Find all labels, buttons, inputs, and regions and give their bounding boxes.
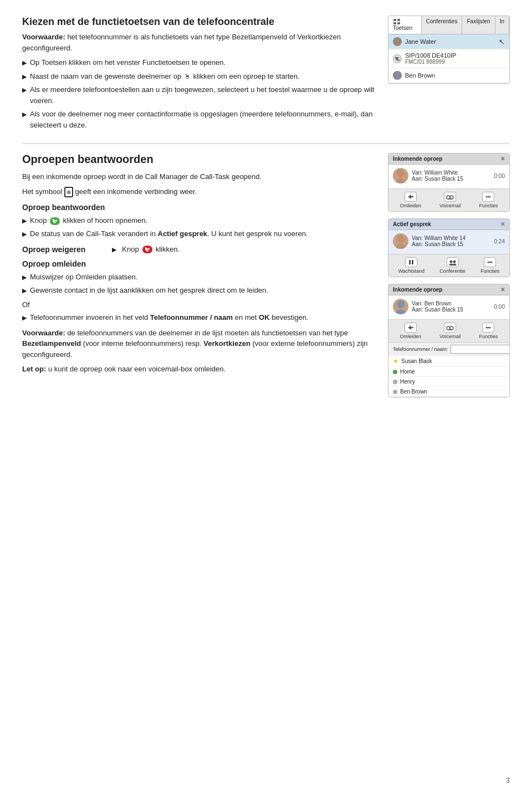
- incoming-call-ui: Inkomende oproep ✕ Van: William White: [388, 153, 510, 212]
- incoming-to-value: Susan Black 15: [424, 176, 463, 182]
- svg-rect-2: [393, 22, 396, 24]
- omleiden-label-2: Omleiden: [400, 334, 421, 339]
- active-call-body: Van: William White 14 Aan: Susan Black 1…: [388, 230, 509, 254]
- bullet-1: ▶ Op Toetsen klikken om het venster Func…: [22, 57, 375, 68]
- redirect-henry[interactable]: Henry: [388, 377, 509, 387]
- henry-name: Henry: [400, 379, 415, 385]
- voicemail-button-1[interactable]: Voicemail: [439, 192, 461, 208]
- wachtstand-button[interactable]: Wachtstand: [398, 257, 424, 274]
- svg-point-13: [486, 196, 488, 198]
- bullet-text-2: Naast de naam van de gewenste deelnemer …: [30, 71, 375, 82]
- wachtstand-label: Wachtstand: [398, 268, 424, 274]
- jane-name: Jane Water: [405, 38, 499, 45]
- jane-info: Jane Water: [405, 38, 499, 45]
- section2-intro2-pre: Het symbool: [22, 187, 64, 196]
- redirect-time: 0:00: [494, 304, 505, 310]
- page-number: 3: [506, 776, 510, 784]
- svg-point-27: [397, 300, 405, 308]
- redirect-phone-input[interactable]: [451, 345, 510, 354]
- svg-point-22: [449, 264, 453, 266]
- incoming-close-icon[interactable]: ✕: [500, 156, 505, 162]
- answer-status-post: . U kunt het gesprek nu voeren.: [207, 229, 308, 238]
- functies-label-1: Functies: [479, 203, 498, 208]
- ben-avatar: [393, 71, 402, 80]
- phone-tab-in[interactable]: In: [495, 16, 509, 34]
- answer-bullet-text-2: De status van de Call-Task verandert in …: [30, 228, 375, 239]
- active-close-icon[interactable]: ✕: [500, 221, 505, 227]
- reject-action: ▶ Knop klikken.: [112, 245, 180, 253]
- incoming-from-row: Van: William White Aan: Susan Black 15 0…: [393, 168, 505, 183]
- tel-end: bevestigen.: [270, 313, 309, 322]
- svg-point-4: [395, 38, 400, 43]
- phone-tab-conferenties[interactable]: Conferenties: [422, 16, 463, 34]
- incoming-call-symbol: ⊕: [64, 187, 73, 197]
- redirect-home[interactable]: Home: [388, 367, 509, 377]
- svg-point-23: [452, 264, 456, 266]
- functies-button-3[interactable]: Functies: [479, 323, 498, 339]
- redirect-from-row: Van: Ben Brown Aan: Susan Black 15 0:00: [393, 299, 505, 314]
- voicemail-svg-1: [446, 193, 454, 200]
- active-call-header: Actief gesprek ✕: [388, 219, 509, 230]
- omleiden-svg-1: [407, 193, 415, 200]
- redirect-bullet-arrow-1: ▶: [22, 273, 27, 282]
- bullet-arrow-2: ▶: [22, 72, 27, 81]
- phone-ui-mockup: Toetsen Conferenties Faxlijsten In: [388, 16, 510, 133]
- reject-knop-post: klikken.: [156, 245, 180, 253]
- svg-rect-18: [409, 260, 411, 264]
- section2-intro2: Het symbool ⊕ geeft een inkomende verbin…: [22, 186, 375, 197]
- phone-tab-toetsen[interactable]: Toetsen: [388, 16, 422, 34]
- omleiden-button-1[interactable]: Omleiden: [400, 192, 421, 208]
- tel-ok-bold: OK: [259, 313, 270, 322]
- svg-point-20: [449, 261, 452, 263]
- phone-contact-ben[interactable]: Ben Brown: [388, 68, 509, 83]
- phone-tab-faxlijsten[interactable]: Faxlijsten: [462, 16, 495, 34]
- incoming-to-line: Aan: Susan Black 15: [412, 176, 491, 182]
- bullet-text-1: Op Toetsen klikken om het venster Functi…: [30, 57, 375, 68]
- svg-point-10: [447, 196, 450, 199]
- voicemail-button-2[interactable]: Voicemail: [439, 323, 461, 339]
- jane-avatar-icon: [393, 38, 401, 45]
- subsection-redirect-title: Oproep omleiden: [22, 259, 375, 268]
- active-from-line: Van: William White 14: [412, 235, 491, 241]
- redirect-susan[interactable]: ★ Susan Black: [388, 356, 509, 367]
- section-2-left: Oproepen beantwoorden Bij een inkomende …: [22, 153, 375, 397]
- voorwaarde-rest: de telefoonnummers van de deelnemer in d…: [65, 329, 348, 337]
- redirect-to-line: Aan: Susan Black 15: [412, 307, 491, 313]
- functies-button-1[interactable]: Functies: [479, 192, 498, 208]
- redirect-from-value: Ben Brown: [424, 300, 452, 307]
- incoming-info: Van: William White Aan: Susan Black 15: [412, 170, 491, 182]
- functies-button-2[interactable]: Functies: [480, 257, 499, 274]
- redirect-avatar-svg: [393, 299, 408, 314]
- redirect-tel-text: Telefoonnummer invoeren in het veld Tele…: [30, 312, 375, 323]
- functies-svg-1: [484, 193, 492, 200]
- redirect-bullet-arrow-2: ▶: [22, 286, 27, 295]
- svg-point-34: [489, 327, 491, 329]
- intro-rest: het telefoonnummer is als functietoets v…: [22, 33, 341, 52]
- omleiden-icon-2: [405, 323, 417, 333]
- active-to-line: Aan: Susan Black 15: [412, 241, 491, 247]
- omleiden-button-2[interactable]: Omleiden: [400, 323, 421, 339]
- ben-avatar-icon: [393, 72, 401, 79]
- section-2: Oproepen beantwoorden Bij een inkomende …: [22, 150, 510, 397]
- sip-icon: [393, 54, 402, 63]
- redirect-ben-brown[interactable]: Ben Brown: [388, 387, 509, 397]
- susan-star-icon: ★: [393, 358, 398, 365]
- redirect-close-icon[interactable]: ✕: [500, 287, 505, 293]
- redirect-to-value: Susan Black 15: [424, 307, 463, 313]
- conferentie-button[interactable]: Conferentie: [439, 257, 466, 274]
- answer-status-pre: De status van de Call-Task verandert in: [30, 229, 158, 238]
- green-phone-icon: [50, 217, 60, 225]
- mouse-cursor-icon: 🖱: [184, 72, 191, 81]
- svg-point-11: [450, 196, 453, 199]
- phone-contact-list: Jane Water ↖ SIP/1008 DE410IP FMC/01 888…: [388, 34, 509, 83]
- phone-contact-sip[interactable]: SIP/1008 DE410IP FMC/01 888999: [388, 49, 509, 68]
- voicemail-icon-1: [444, 192, 456, 202]
- sip-info: SIP/1008 DE410IP FMC/01 888999: [405, 52, 505, 65]
- svg-rect-0: [393, 19, 396, 21]
- svg-point-26: [491, 262, 493, 263]
- conf-svg: [449, 259, 457, 266]
- svg-rect-19: [412, 260, 413, 264]
- ben-info: Ben Brown: [405, 72, 505, 79]
- phone-contact-jane[interactable]: Jane Water ↖: [388, 34, 509, 49]
- section-1-left: Kiezen met de functietoetsen van de tele…: [22, 16, 375, 133]
